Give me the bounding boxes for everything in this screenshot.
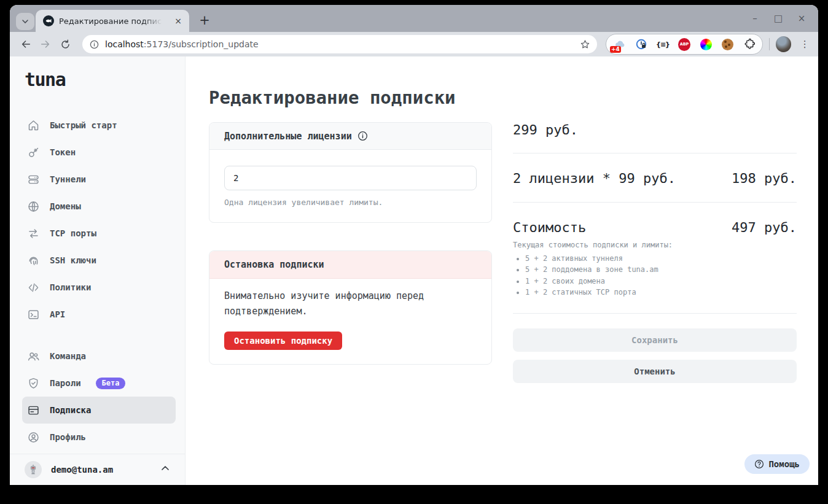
licenses-card-body: Одна лицензия увеличивает лимиты. xyxy=(209,150,491,222)
sidebar-item-label: Токен xyxy=(50,147,76,157)
stop-subscription-card: Остановка подписки Внимательно изучите и… xyxy=(209,250,492,365)
sidebar-item-label: Домены xyxy=(50,201,81,211)
tab-title: Редактирование подписки xyxy=(59,17,162,26)
stop-subscription-button[interactable]: Остановить подписку xyxy=(224,331,342,350)
cookie-extension-icon[interactable] xyxy=(721,38,733,50)
sidebar-item-label: Команда xyxy=(50,351,86,361)
sidebar-item-policies[interactable]: Политики xyxy=(22,274,176,301)
privacy-clock-extension-icon[interactable] xyxy=(635,38,647,50)
tab-strip: Редактирование подписки × + – □ × xyxy=(10,5,818,32)
summary-divider xyxy=(513,153,797,153)
sidebar-item-label: SSH ключи xyxy=(50,255,96,265)
adblock-extension-icon[interactable]: ABP xyxy=(678,38,690,50)
new-tab-button[interactable]: + xyxy=(195,11,214,29)
app-content: tuna Быстрый старт Токен Туннели Домены xyxy=(10,56,818,485)
braces-extension-icon[interactable]: {≡} xyxy=(657,38,669,50)
user-circle-icon xyxy=(27,431,40,444)
limits-list: 5 + 2 активных туннеля 5 + 2 поддомена в… xyxy=(513,254,797,297)
licenses-line: 2 лицензии * 99 руб. xyxy=(513,171,676,187)
licenses-helper-text: Одна лицензия увеличивает лимиты. xyxy=(224,198,477,207)
forward-button[interactable] xyxy=(36,34,55,54)
sidebar-item-token[interactable]: Токен xyxy=(22,139,176,166)
sidebar-item-quick-start[interactable]: Быстрый старт xyxy=(22,112,176,139)
licenses-count-input[interactable] xyxy=(224,166,477,190)
account-menu[interactable]: demo@tuna.am xyxy=(10,454,185,485)
extensions-pill: +4 {≡} ABP xyxy=(606,34,763,55)
info-icon[interactable] xyxy=(357,131,368,141)
profile-avatar[interactable] xyxy=(776,36,791,52)
url-host: localhost xyxy=(105,39,144,49)
tab-close-icon[interactable]: × xyxy=(172,15,184,27)
sidebar-item-passwords[interactable]: Пароли Бета xyxy=(22,370,176,397)
extensions-puzzle-icon[interactable] xyxy=(743,38,755,50)
summary-divider xyxy=(513,202,797,203)
site-info-icon[interactable] xyxy=(90,40,99,49)
browser-tab[interactable]: Редактирование подписки × xyxy=(36,10,189,32)
globe-icon xyxy=(27,200,40,213)
stop-card-header: Остановка подписки xyxy=(209,251,491,279)
minimize-button[interactable]: – xyxy=(748,12,762,25)
total-row: Стоимость 497 руб. xyxy=(513,220,797,236)
limit-item: 1 + 2 своих домена xyxy=(525,276,797,286)
forward-arrow-icon xyxy=(40,39,51,50)
sidebar-item-label: Пароли xyxy=(50,378,81,388)
help-button-label: Помощь xyxy=(768,459,800,469)
cloud-extension-icon[interactable]: +4 xyxy=(614,38,626,50)
url-text: localhost:5173/subscription_update xyxy=(105,39,259,49)
sidebar-item-label: Подписка xyxy=(50,405,91,415)
tuna-favicon-icon xyxy=(43,15,54,26)
sidebar-item-subscription[interactable]: Подписка xyxy=(22,397,176,424)
sidebar-item-tunnels[interactable]: Туннели xyxy=(22,166,176,193)
limits-caption: Текущая стоимость подписки и лимиты: xyxy=(513,241,797,249)
stop-card-body: Внимательно изучите информацию перед под… xyxy=(209,279,491,364)
maximize-button[interactable]: □ xyxy=(771,12,785,25)
chevron-up-icon xyxy=(160,463,170,476)
code-icon xyxy=(27,281,40,294)
save-button[interactable]: Сохранить xyxy=(513,328,797,352)
question-circle-icon xyxy=(754,459,764,469)
sidebar-item-label: TCP порты xyxy=(50,228,96,238)
fingerprint-icon xyxy=(27,254,40,267)
total-label: Стоимость xyxy=(513,220,586,236)
sidebar-item-team[interactable]: Команда xyxy=(22,343,176,370)
bookmark-star-icon[interactable] xyxy=(576,36,593,53)
stop-card-title: Остановка подписки xyxy=(224,259,324,270)
tuna-logo: tuna xyxy=(25,69,185,90)
form-column: Дополнительные лицензии Одна лицензия ув… xyxy=(209,122,492,383)
browser-window: Редактирование подписки × + – □ × localh… xyxy=(10,5,818,485)
sidebar-item-profile[interactable]: Профиль xyxy=(22,424,176,451)
url-path: :5173/subscription_update xyxy=(144,39,259,49)
main-content: Редактирование подписки Дополнительные л… xyxy=(186,56,818,485)
back-arrow-icon xyxy=(20,39,31,50)
help-button[interactable]: Помощь xyxy=(744,454,810,474)
page-title: Редактирование подписки xyxy=(209,87,818,108)
total-price: 497 руб. xyxy=(732,220,797,236)
arrows-exchange-icon xyxy=(27,227,40,240)
sidebar-item-label: Политики xyxy=(50,282,91,292)
browser-menu-icon[interactable]: ⋮ xyxy=(797,39,812,50)
sidebar-item-tcp-ports[interactable]: TCP порты xyxy=(22,220,176,247)
tab-search-button[interactable] xyxy=(16,13,34,30)
limit-item: 5 + 2 поддомена в зоне tuna.am xyxy=(525,265,797,274)
sidebar-item-ssh-keys[interactable]: SSH ключи xyxy=(22,247,176,274)
licenses-card-title: Дополнительные лицензии xyxy=(224,131,352,142)
users-icon xyxy=(27,350,40,363)
reload-button[interactable] xyxy=(55,34,75,54)
cancel-button[interactable]: Отменить xyxy=(513,360,797,383)
close-button[interactable]: × xyxy=(795,12,808,25)
licenses-price-row: 2 лицензии * 99 руб. 198 руб. xyxy=(513,171,797,187)
back-button[interactable] xyxy=(16,34,36,54)
licenses-card: Дополнительные лицензии Одна лицензия ув… xyxy=(209,122,492,223)
sidebar-item-domains[interactable]: Домены xyxy=(22,193,176,220)
window-controls: – □ × xyxy=(748,5,808,32)
reload-icon xyxy=(60,39,71,50)
url-bar[interactable]: localhost:5173/subscription_update xyxy=(82,35,597,53)
sidebar-item-api[interactable]: API xyxy=(22,301,176,328)
cloud-badge: +4 xyxy=(610,46,621,53)
browser-toolbar: localhost:5173/subscription_update +4 {≡… xyxy=(10,32,818,56)
key-icon xyxy=(27,146,40,159)
licenses-card-header: Дополнительные лицензии xyxy=(209,123,491,150)
account-email: demo@tuna.am xyxy=(51,465,113,475)
color-wheel-extension-icon[interactable] xyxy=(700,38,712,50)
summary-divider xyxy=(513,313,797,314)
